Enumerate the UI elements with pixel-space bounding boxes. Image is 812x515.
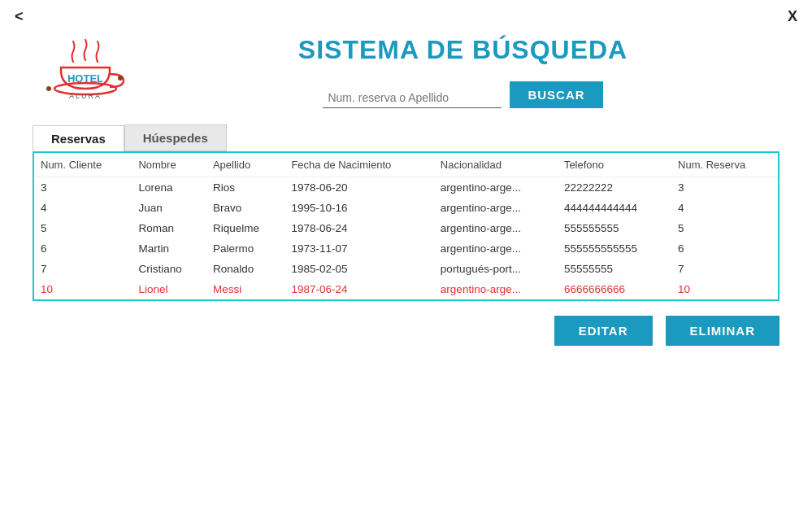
back-button[interactable]: < [15,8,24,25]
tab-huespedes[interactable]: Húespedes [124,124,227,151]
table-container: Num. Cliente Nombre Apellido Fecha de Na… [33,151,779,301]
table-cell: 1978-06-20 [284,177,433,199]
table-cell: 4 [671,198,778,218]
table-cell: 555555555 [558,218,671,238]
table-cell: Lorena [132,177,206,199]
table-cell: 22222222 [558,177,671,199]
svg-text:HOTEL: HOTEL [67,72,103,85]
table-cell: 444444444444 [558,198,671,218]
svg-text:ALURA: ALURA [69,92,102,100]
page-title: SISTEMA DE BÚSQUEDA [298,35,627,65]
table-header-row: Num. Cliente Nombre Apellido Fecha de Na… [34,153,778,177]
table-cell: 555555555555 [558,238,671,259]
table-cell: 10 [34,279,132,299]
table-cell: Messi [206,279,284,299]
svg-point-4 [118,76,123,81]
col-apellido: Apellido [206,153,284,177]
table-row[interactable]: 7CristianoRonaldo1985-02-05portugués-por… [34,259,778,279]
title-area: SISTEMA DE BÚSQUEDA BUSCAR [146,35,779,108]
col-num-cliente: Num. Cliente [34,153,132,177]
table-cell: 6 [671,238,778,259]
table-cell: argentino-arge... [434,279,558,299]
top-nav: < X [0,0,812,25]
edit-button[interactable]: EDITAR [554,316,653,346]
bottom-bar: EDITAR ELIMINAR [0,301,812,346]
table-row[interactable]: 5RomanRiquelme1978-06-24argentino-arge..… [34,218,778,238]
col-nacionalidad: Nacionalidad [434,153,558,177]
table-cell: Roman [132,218,206,238]
table-cell: Juan [132,198,206,218]
table-cell: 6666666666 [558,279,671,299]
col-nombre: Nombre [132,153,206,177]
table-cell: Bravo [206,198,284,218]
table-cell: 1995-10-16 [284,198,433,218]
table-row[interactable]: 10LionelMessi1987-06-24argentino-arge...… [34,279,778,299]
table-cell: 5 [671,218,778,238]
results-table: Num. Cliente Nombre Apellido Fecha de Na… [34,153,778,299]
table-cell: 10 [671,279,778,299]
table-cell: 6 [34,238,132,259]
table-cell: 1985-02-05 [284,259,433,279]
search-input[interactable] [323,88,502,108]
table-row[interactable]: 6MartinPalermo1973-11-07argentino-arge..… [34,238,778,259]
table-row[interactable]: 3LorenaRios1978-06-20argentino-arge...22… [34,177,778,199]
table-cell: argentino-arge... [434,177,558,199]
table-cell: 55555555 [558,259,671,279]
tab-reservas[interactable]: Reservas [33,125,124,151]
table-cell: Rios [206,177,284,199]
table-cell: Ronaldo [206,259,284,279]
table-cell: 3 [34,177,132,199]
table-cell: argentino-arge... [434,218,558,238]
table-cell: 7 [34,259,132,279]
table-cell: Lionel [132,279,206,299]
table-cell: 1987-06-24 [284,279,433,299]
table-row[interactable]: 4JuanBravo1995-10-16argentino-arge...444… [34,198,778,218]
table-cell: 3 [671,177,778,199]
svg-point-3 [46,86,51,91]
table-cell: 5 [34,218,132,238]
search-area: BUSCAR [323,81,602,108]
table-cell: Riquelme [206,218,284,238]
table-cell: portugués-port... [434,259,558,279]
header: HOTEL ALURA SISTEMA DE BÚSQUEDA BUSCAR [0,25,812,110]
table-cell: Palermo [206,238,284,259]
delete-button[interactable]: ELIMINAR [666,316,780,346]
table-cell: 1973-11-07 [284,238,433,259]
search-button[interactable]: BUSCAR [510,81,602,108]
table-cell: 7 [671,259,778,279]
close-button[interactable]: X [788,8,797,25]
col-num-reserva: Num. Reserva [671,153,778,177]
col-fecha: Fecha de Nacimiento [284,153,433,177]
table-cell: argentino-arge... [434,238,558,259]
tabs-row: Reservas Húespedes [0,110,812,151]
col-telefono: Telefono [558,153,671,177]
table-cell: argentino-arge... [434,198,558,218]
table-cell: Cristiano [132,259,206,279]
table-cell: 1978-06-24 [284,218,433,238]
logo: HOTEL ALURA [33,33,146,110]
table-cell: 4 [34,198,132,218]
table-cell: Martin [132,238,206,259]
